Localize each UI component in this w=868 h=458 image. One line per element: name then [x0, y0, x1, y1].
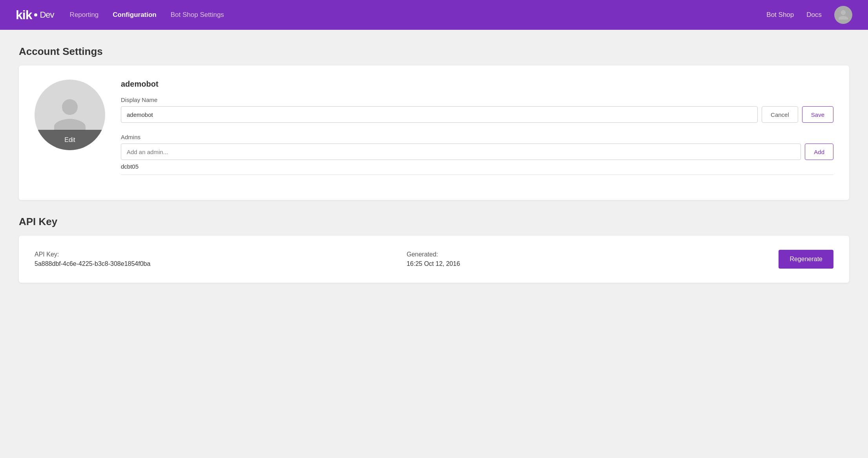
display-name-group: Display Name Cancel Save	[121, 96, 833, 123]
api-key-title: API Key	[19, 216, 849, 228]
display-name-label: Display Name	[121, 96, 833, 103]
api-generated-label: Generated:	[407, 251, 771, 258]
account-settings-card: Edit ademobot Display Name Cancel Save A…	[19, 65, 849, 200]
api-key-card: API Key: 5a888dbf-4c6e-4225-b3c8-308e185…	[19, 236, 849, 283]
avatar-edit-button[interactable]: Edit	[35, 130, 105, 150]
api-generated-value: 16:25 Oct 12, 2016	[407, 260, 771, 267]
api-key-value: 5a888dbf-4c6e-4225-b3c8-308e1854f0ba	[35, 260, 399, 267]
api-key-info: API Key: 5a888dbf-4c6e-4225-b3c8-308e185…	[35, 251, 399, 267]
bot-username: ademobot	[121, 80, 833, 89]
cancel-button[interactable]: Cancel	[762, 106, 798, 123]
logo-kik: kik	[16, 8, 32, 22]
add-admin-input[interactable]	[121, 144, 801, 160]
bot-avatar[interactable]: Edit	[35, 80, 105, 150]
nav-bot-shop-settings[interactable]: Bot Shop Settings	[171, 9, 224, 20]
nav-right: Bot Shop Docs	[766, 6, 852, 24]
admin-entry: dcbt05	[121, 163, 833, 175]
admins-group: Admins Add dcbt05	[121, 134, 833, 175]
account-settings-title: Account Settings	[19, 45, 849, 58]
api-generated-section: Generated: 16:25 Oct 12, 2016	[407, 251, 771, 267]
navbar: kik Dev Reporting Configuration Bot Shop…	[0, 0, 868, 30]
nav-bot-shop[interactable]: Bot Shop	[766, 11, 794, 19]
logo-dev: Dev	[40, 10, 54, 20]
nav-docs[interactable]: Docs	[806, 11, 822, 19]
admins-label: Admins	[121, 134, 833, 140]
avatar-section: Edit	[35, 80, 105, 150]
nav-configuration[interactable]: Configuration	[113, 9, 156, 20]
page-content: Account Settings Edit ademobot Display N…	[0, 30, 868, 314]
api-key-label: API Key:	[35, 251, 399, 258]
save-button[interactable]: Save	[802, 106, 833, 123]
display-name-input[interactable]	[121, 106, 758, 123]
nav-links: Reporting Configuration Bot Shop Setting…	[70, 9, 224, 20]
nav-reporting[interactable]: Reporting	[70, 9, 99, 20]
add-admin-button[interactable]: Add	[805, 144, 833, 160]
logo-dot	[34, 13, 37, 16]
account-fields: ademobot Display Name Cancel Save Admins…	[121, 80, 833, 186]
regenerate-button[interactable]: Regenerate	[779, 250, 833, 269]
logo[interactable]: kik Dev	[16, 8, 54, 22]
user-avatar[interactable]	[834, 6, 852, 24]
